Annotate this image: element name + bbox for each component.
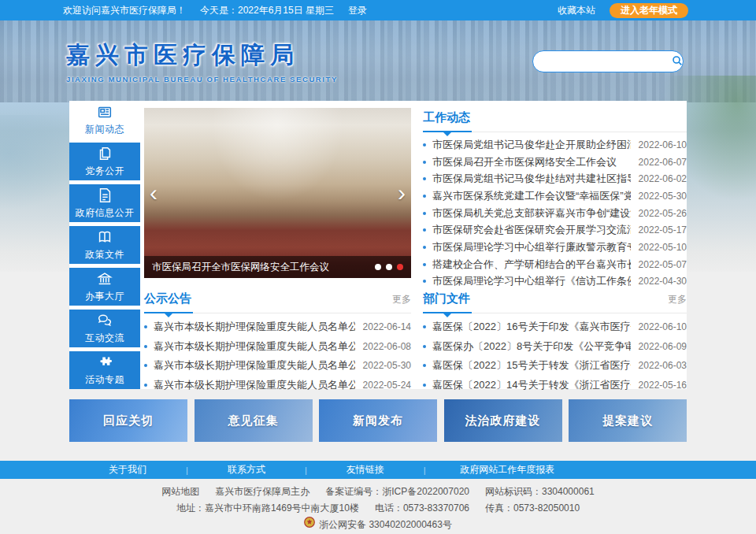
item-date: 2022-06-10 (639, 139, 687, 150)
bullet-dot (423, 143, 426, 146)
address-text: 地址：嘉兴市中环南路1469号中南大厦10楼 (176, 502, 359, 514)
host-text: 嘉兴市医疗保障局主办 (215, 486, 309, 497)
favorite-site-link[interactable]: 收藏本站 (558, 4, 595, 17)
chat-icon (96, 312, 113, 329)
footer-info-line2: 地址：嘉兴市中环南路1469号中南大厦10楼电话：0573-83370706传真… (0, 500, 756, 517)
bullet-dot (423, 212, 426, 215)
carousel-caption[interactable]: 市医保局召开全市医保网络安全工作会议 (152, 261, 375, 274)
bullet-dot (144, 384, 147, 387)
login-link[interactable]: 登录 (348, 4, 367, 17)
sidebar-item-special-topics[interactable]: 活动专题 (69, 351, 140, 389)
bullet-dot (423, 263, 426, 266)
sidebar-item-news[interactable]: 新闻动态 (69, 101, 140, 139)
footer-link-annual-report[interactable]: 政府网站工作年度报表 (426, 463, 589, 477)
bullet-dot (423, 195, 426, 198)
sidebar-item-gov-info[interactable]: 政府信息公开 (69, 184, 140, 222)
bullet-dot (423, 280, 426, 283)
site-subtitle: JIAXING MUNICIPAL BUREAU OF HEALTHCARE S… (66, 75, 338, 83)
list-item[interactable]: 嘉兴市医保系统党建工作会议暨“幸福医保”党建联...2022-05-30 (423, 187, 687, 205)
department-files-section: 部门文件 更多 嘉医保〔2022〕16号关于印发《嘉兴市医疗保...2022-0… (423, 291, 687, 395)
list-item[interactable]: 搭建校企合作、产学研相结合的平台嘉兴市长期护理...2022-05-07 (423, 256, 687, 273)
copy-icon (96, 145, 113, 162)
sitemap-link[interactable]: 网站地图 (161, 486, 199, 497)
section-header: 公示公告 更多 (144, 291, 411, 313)
site-title: 嘉兴市医疗保障局 (66, 39, 338, 72)
sidebar-item-label: 政府信息公开 (76, 206, 135, 220)
search-box (532, 50, 684, 72)
item-title: 嘉兴市本级长期护理保险重度失能人员名单公示（2... (154, 378, 355, 392)
item-title: 嘉医保〔2022〕14号关于转发《浙江省医疗保... (432, 378, 631, 392)
section-title[interactable]: 工作动态 (423, 110, 470, 125)
sidebar-item-party-affairs[interactable]: 党务公开 (69, 143, 140, 180)
section-header: 工作动态 (423, 110, 687, 132)
section-caret (165, 313, 172, 317)
bullet-dot (423, 345, 426, 348)
item-date: 2022-05-10 (639, 242, 687, 253)
list-item[interactable]: 嘉医保办〔2022〕8号关于印发《公平竞争审查...2022-06-09 (423, 337, 687, 357)
list-item[interactable]: 嘉医保〔2022〕16号关于印发《嘉兴市医疗保...2022-06-10 (423, 317, 687, 337)
item-title: 嘉兴市医保系统党建工作会议暨“幸福医保”党建联... (432, 189, 631, 203)
list-item[interactable]: 嘉兴市本级长期护理保险重度失能人员名单公示（2...2022-05-24 (144, 376, 411, 395)
sidebar-item-label: 活动专题 (85, 373, 124, 387)
footer-info-line3: 浙公网安备 33040202000463号 (0, 517, 756, 533)
footer-link-contact[interactable]: 联系方式 (188, 463, 305, 477)
item-date: 2022-05-30 (363, 360, 411, 371)
sidebar-item-service-hall[interactable]: 办事大厅 (69, 268, 140, 306)
carousel-dot-active[interactable] (397, 264, 403, 270)
search-input[interactable] (533, 52, 671, 71)
section-title[interactable]: 部门文件 (423, 291, 470, 306)
item-date: 2022-05-16 (639, 380, 687, 391)
list-item[interactable]: 市医保局理论学习中心组举行《信访工作条例》专题...2022-04-30 (423, 273, 687, 291)
list-item[interactable]: 嘉兴市本级长期护理保险重度失能人员名单公示（2...2022-05-30 (144, 356, 411, 376)
list-item[interactable]: 市医保局理论学习中心组举行廉政警示教育专题学习...2022-05-10 (423, 239, 687, 256)
footer-link-about[interactable]: 关于我们 (69, 463, 186, 477)
book-icon (96, 228, 113, 246)
bullet-dot (423, 161, 426, 164)
item-title: 嘉医保办〔2022〕8号关于印发《公平竞争审查... (432, 339, 631, 354)
footer-link-friend-links[interactable]: 友情链接 (307, 463, 424, 477)
carousel-dot[interactable] (375, 264, 381, 270)
sidebar-item-label: 办事大厅 (85, 290, 124, 303)
elder-mode-button[interactable]: 进入老年模式 (610, 3, 688, 18)
more-link[interactable]: 更多 (392, 293, 411, 306)
list-item[interactable]: 嘉医保〔2022〕15号关于转发《浙江省医疗保...2022-06-03 (423, 356, 687, 376)
main-content-card: 新闻动态 党务公开 政府信息公开 (69, 101, 687, 389)
carousel-prev-arrow[interactable]: ‹ (150, 181, 158, 205)
sidebar-nav: 新闻动态 党务公开 政府信息公开 (69, 101, 140, 393)
list-item[interactable]: 嘉兴市本级长期护理保险重度失能人员名单公示（2...2022-06-08 (144, 337, 411, 357)
icp-text: 备案证编号：浙ICP备2022007020 (325, 486, 469, 497)
page: 欢迎访问嘉兴市医疗保障局！ 今天是：2022年6月15日 星期三 登录 收藏本站… (0, 0, 756, 534)
list-item[interactable]: 嘉兴市本级长期护理保险重度失能人员名单公示（2...2022-06-14 (144, 317, 411, 337)
more-link[interactable]: 更多 (668, 293, 687, 306)
carousel-next-arrow[interactable]: › (398, 181, 406, 205)
list-item[interactable]: 嘉医保〔2022〕14号关于转发《浙江省医疗保...2022-05-16 (423, 376, 687, 395)
banner-rule-of-law[interactable]: 法治政府建设 (444, 399, 562, 442)
item-date: 2022-06-08 (363, 341, 411, 352)
search-button[interactable] (671, 51, 684, 72)
banner-news-release[interactable]: 新闻发布 (319, 399, 437, 442)
item-date: 2022-05-17 (639, 224, 687, 235)
section-caret (443, 132, 451, 136)
public-notice-section: 公示公告 更多 嘉兴市本级长期护理保险重度失能人员名单公示（2...2022-0… (144, 291, 411, 395)
bank-icon (96, 270, 113, 287)
list-item[interactable]: 市医保局召开全市医保网络安全工作会议2022-06-07 (423, 154, 687, 171)
banner-proposals[interactable]: 提案建议 (569, 399, 687, 442)
item-title: 市医保局理论学习中心组举行廉政警示教育专题学习... (432, 240, 631, 254)
section-caret (443, 313, 451, 317)
sidebar-item-policy-files[interactable]: 政策文件 (69, 226, 140, 264)
puzzle-icon (96, 354, 113, 371)
banner-opinion-collection[interactable]: 意见征集 (195, 399, 313, 442)
list-item[interactable]: 市医保局党组书记马俊华赴企开展助企纾困活动2022-06-10 (423, 136, 687, 154)
work-dynamics-list: 市医保局党组书记马俊华赴企开展助企纾困活动2022-06-10 市医保局召开全市… (423, 136, 687, 290)
item-date: 2022-06-09 (639, 341, 687, 352)
bullet-dot (423, 228, 426, 232)
list-item[interactable]: 市医保局党组书记马俊华赴结对共建社区指导全国文...2022-06-02 (423, 170, 687, 187)
list-item[interactable]: 市医保局机关党总支部获评嘉兴市争创“建设清廉机...2022-05-26 (423, 205, 687, 222)
carousel-dot[interactable] (386, 264, 392, 270)
item-date: 2022-04-30 (639, 276, 687, 287)
list-item[interactable]: 市医保研究会赴省医保研究会开展学习交流活动2022-05-17 (423, 221, 687, 239)
sidebar-item-interaction[interactable]: 互动交流 (69, 310, 140, 347)
section-title[interactable]: 公示公告 (144, 291, 191, 306)
banner-respond-concerns[interactable]: 回应关切 (69, 399, 187, 442)
item-title: 市医保局党组书记马俊华赴结对共建社区指导全国文... (432, 172, 631, 186)
